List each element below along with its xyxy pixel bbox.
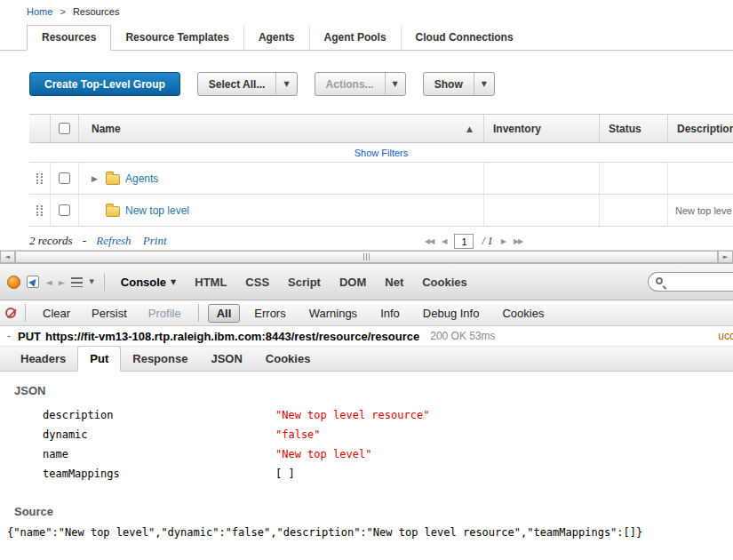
caret-down-icon[interactable]: ▼ <box>89 278 93 285</box>
json-value: "false" <box>275 428 321 441</box>
collapse-icon[interactable]: - <box>4 330 14 342</box>
json-key: teamMappings <box>43 468 275 480</box>
drag-handle-icon[interactable] <box>36 205 43 216</box>
previous-page-icon[interactable]: ◀ <box>442 237 446 245</box>
description-cell: New top leve <box>668 195 733 226</box>
firebug-icon[interactable] <box>7 276 20 289</box>
refresh-link[interactable]: Refresh <box>96 234 131 247</box>
profile-button[interactable]: Profile <box>140 305 189 322</box>
actions-dropdown[interactable]: Actions... ▼ <box>315 72 406 96</box>
print-link[interactable]: Print <box>143 234 167 247</box>
breadcrumb-current: Resources <box>73 6 120 17</box>
back-icon[interactable]: ◄ <box>45 277 52 287</box>
column-header-inventory[interactable]: Inventory <box>484 115 600 142</box>
json-value: "New top level resource" <box>275 409 429 421</box>
tab-agents[interactable]: Agents <box>243 26 309 50</box>
drag-handle-icon[interactable] <box>36 173 43 184</box>
filter-info[interactable]: Info <box>371 304 409 323</box>
horizontal-scrollbar[interactable]: ◄ ► <box>0 250 733 264</box>
json-key: dynamic <box>43 428 275 441</box>
scrollbar-track[interactable] <box>15 251 718 263</box>
actions-label: Actions... <box>315 73 385 95</box>
record-count: 2 records <box>29 234 73 247</box>
firebug-tab-net[interactable]: Net <box>378 272 410 292</box>
clear-button[interactable]: Clear <box>35 305 78 322</box>
request-source-body: {"name":"New top level","dynamic":"false… <box>0 526 733 539</box>
scrollbar-grip <box>366 253 367 260</box>
tab-resources[interactable]: Resources <box>27 25 111 51</box>
filter-errors[interactable]: Errors <box>245 304 294 323</box>
row-select-checkbox[interactable] <box>59 172 70 184</box>
last-page-icon[interactable]: ▶▶ <box>514 237 522 245</box>
json-value: "New top level" <box>275 448 371 460</box>
panel-menu-icon[interactable] <box>71 277 83 287</box>
breadcrumb-home-link[interactable]: Home <box>27 6 52 17</box>
resource-link-new-top-level[interactable]: New top level <box>125 204 189 217</box>
column-header-name-label: Name <box>92 123 121 135</box>
firebug-panel: ◄ ► ▼ Console ▼ HTML CSS Script DOM Net … <box>0 264 733 539</box>
scrollbar-grip <box>369 253 370 260</box>
scroll-right-icon[interactable]: ► <box>718 251 733 263</box>
toolbar-separator <box>198 304 199 322</box>
next-page-icon[interactable]: ▶ <box>501 237 506 245</box>
filter-debug-info[interactable]: Debug Info <box>414 304 489 323</box>
json-key: description <box>43 409 275 421</box>
json-entry: description "New top level resource" <box>0 405 733 425</box>
table-action-toolbar: Create Top-Level Group Select All... ▼ A… <box>0 51 733 114</box>
toolbar-separator <box>104 273 105 291</box>
tab-cloud-connections[interactable]: Cloud Connections <box>401 26 528 50</box>
persist-button[interactable]: Persist <box>84 305 135 322</box>
firebug-tab-cookies[interactable]: Cookies <box>416 272 474 292</box>
tab-resource-templates[interactable]: Resource Templates <box>111 26 243 50</box>
detail-tab-headers[interactable]: Headers <box>9 347 77 371</box>
break-on-errors-icon[interactable] <box>5 308 16 318</box>
firebug-tab-dom[interactable]: DOM <box>333 272 372 292</box>
select-all-dropdown[interactable]: Select All... ▼ <box>197 72 298 96</box>
row-select-checkbox[interactable] <box>59 204 70 216</box>
firebug-search-input[interactable] <box>671 276 726 288</box>
inspect-element-icon[interactable] <box>27 276 39 288</box>
firebug-tab-console[interactable]: Console ▼ <box>115 272 182 292</box>
select-all-column-header <box>51 115 79 142</box>
search-icon <box>656 277 663 284</box>
expand-icon[interactable]: ▶ <box>92 174 100 183</box>
detail-tab-json[interactable]: JSON <box>199 347 253 371</box>
scroll-left-icon[interactable]: ◄ <box>0 251 15 263</box>
firebug-tab-css[interactable]: CSS <box>239 272 275 292</box>
resource-link-agents[interactable]: Agents <box>125 172 158 185</box>
detail-tab-cookies[interactable]: Cookies <box>254 347 323 371</box>
tab-agent-pools[interactable]: Agent Pools <box>309 26 401 50</box>
inventory-cell <box>484 195 600 226</box>
scrollbar-thumb[interactable] <box>15 251 718 263</box>
filter-warnings[interactable]: Warnings <box>300 304 366 323</box>
forward-icon[interactable]: ► <box>59 277 66 287</box>
json-entry: dynamic "false" <box>0 425 733 444</box>
sort-ascending-icon[interactable]: ▲ <box>466 124 473 133</box>
column-header-description[interactable]: Description <box>668 115 733 142</box>
firebug-search[interactable] <box>648 272 733 292</box>
detail-tab-put[interactable]: Put <box>77 346 121 372</box>
filter-cookies[interactable]: Cookies <box>493 304 553 323</box>
app-window: Home > Resources Resources Resource Temp… <box>0 0 733 560</box>
request-source-link[interactable]: ucc <box>718 330 733 342</box>
json-value: [ ] <box>275 468 295 480</box>
firebug-tab-html[interactable]: HTML <box>188 272 233 292</box>
create-top-level-group-button[interactable]: Create Top-Level Group <box>29 72 180 96</box>
show-filters-link[interactable]: Show Filters <box>355 148 409 158</box>
firebug-tab-console-label: Console <box>121 276 166 289</box>
description-cell <box>668 163 733 194</box>
filter-all[interactable]: All <box>208 304 241 323</box>
column-header-status[interactable]: Status <box>600 115 668 142</box>
detail-tab-response[interactable]: Response <box>121 347 199 371</box>
first-page-icon[interactable]: ◀◀ <box>425 237 434 245</box>
resource-table: Name ▲ Inventory Status Description Show… <box>29 114 733 227</box>
select-all-checkbox[interactable] <box>59 123 70 134</box>
scrollbar-grip <box>363 253 364 260</box>
table-header-row: Name ▲ Inventory Status Description <box>29 115 733 143</box>
show-dropdown[interactable]: Show ▼ <box>423 72 495 96</box>
column-header-name[interactable]: Name ▲ <box>79 115 484 142</box>
page-number-input[interactable] <box>454 234 474 249</box>
console-request-row[interactable]: - PUT https://fit-vm13-108.rtp.raleigh.i… <box>0 326 733 347</box>
firebug-tab-script[interactable]: Script <box>282 272 327 292</box>
request-url[interactable]: https://fit-vm13-108.rtp.raleigh.ibm.com… <box>45 330 419 343</box>
